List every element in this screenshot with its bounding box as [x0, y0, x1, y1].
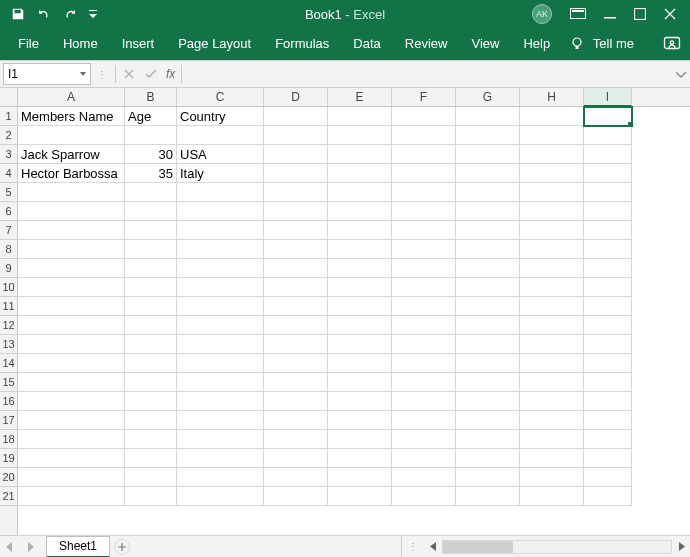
cell-A8[interactable] [18, 240, 125, 259]
cell-D12[interactable] [264, 316, 328, 335]
cell-B9[interactable] [125, 259, 177, 278]
cell-E12[interactable] [328, 316, 392, 335]
row-header-14[interactable]: 14 [0, 354, 17, 373]
cell-B6[interactable] [125, 202, 177, 221]
col-header-H[interactable]: H [520, 88, 584, 106]
cell-E21[interactable] [328, 487, 392, 506]
cell-F14[interactable] [392, 354, 456, 373]
row-header-13[interactable]: 13 [0, 335, 17, 354]
cell-A19[interactable] [18, 449, 125, 468]
row-header-1[interactable]: 1 [0, 107, 17, 126]
cell-H11[interactable] [520, 297, 584, 316]
cell-G20[interactable] [456, 468, 520, 487]
cell-G16[interactable] [456, 392, 520, 411]
cell-B4[interactable]: 35 [125, 164, 177, 183]
tab-data[interactable]: Data [341, 28, 392, 60]
cell-B5[interactable] [125, 183, 177, 202]
cell-A13[interactable] [18, 335, 125, 354]
tab-page-layout[interactable]: Page Layout [166, 28, 263, 60]
sheetbar-drag-handle[interactable]: ⋮ [402, 541, 424, 552]
cell-I20[interactable] [584, 468, 632, 487]
cell-B18[interactable] [125, 430, 177, 449]
cell-A10[interactable] [18, 278, 125, 297]
cell-H13[interactable] [520, 335, 584, 354]
cell-I16[interactable] [584, 392, 632, 411]
cell-D4[interactable] [264, 164, 328, 183]
cell-B15[interactable] [125, 373, 177, 392]
col-header-A[interactable]: A [18, 88, 125, 106]
cell-E18[interactable] [328, 430, 392, 449]
cell-I3[interactable] [584, 145, 632, 164]
cell-C17[interactable] [177, 411, 264, 430]
cell-F7[interactable] [392, 221, 456, 240]
cell-C1[interactable]: Country [177, 107, 264, 126]
cell-C16[interactable] [177, 392, 264, 411]
cell-I1[interactable] [584, 107, 632, 126]
hscroll-left-icon[interactable] [424, 542, 442, 551]
cell-H20[interactable] [520, 468, 584, 487]
cell-E8[interactable] [328, 240, 392, 259]
new-sheet-button[interactable] [114, 539, 130, 555]
cell-C10[interactable] [177, 278, 264, 297]
row-header-19[interactable]: 19 [0, 449, 17, 468]
cell-D11[interactable] [264, 297, 328, 316]
cell-C6[interactable] [177, 202, 264, 221]
cell-I10[interactable] [584, 278, 632, 297]
tab-insert[interactable]: Insert [110, 28, 167, 60]
cell-C7[interactable] [177, 221, 264, 240]
row-header-2[interactable]: 2 [0, 126, 17, 145]
cell-A6[interactable] [18, 202, 125, 221]
cell-B7[interactable] [125, 221, 177, 240]
row-header-12[interactable]: 12 [0, 316, 17, 335]
cell-H18[interactable] [520, 430, 584, 449]
cell-D10[interactable] [264, 278, 328, 297]
cell-F5[interactable] [392, 183, 456, 202]
row-header-9[interactable]: 9 [0, 259, 17, 278]
cell-H9[interactable] [520, 259, 584, 278]
cell-E17[interactable] [328, 411, 392, 430]
cell-I6[interactable] [584, 202, 632, 221]
cell-F13[interactable] [392, 335, 456, 354]
cell-G19[interactable] [456, 449, 520, 468]
cell-I21[interactable] [584, 487, 632, 506]
name-box-dropdown-icon[interactable] [80, 72, 86, 76]
cell-I4[interactable] [584, 164, 632, 183]
ribbon-display-icon[interactable] [570, 8, 586, 20]
cell-H12[interactable] [520, 316, 584, 335]
cell-A2[interactable] [18, 126, 125, 145]
cell-C8[interactable] [177, 240, 264, 259]
col-header-C[interactable]: C [177, 88, 264, 106]
row-header-18[interactable]: 18 [0, 430, 17, 449]
cell-G5[interactable] [456, 183, 520, 202]
select-all-corner[interactable] [0, 88, 18, 107]
row-header-15[interactable]: 15 [0, 373, 17, 392]
cell-A9[interactable] [18, 259, 125, 278]
hscroll-right-icon[interactable] [672, 542, 690, 551]
cell-I9[interactable] [584, 259, 632, 278]
lightbulb-icon[interactable] [569, 36, 585, 52]
cell-D1[interactable] [264, 107, 328, 126]
row-header-16[interactable]: 16 [0, 392, 17, 411]
cell-G1[interactable] [456, 107, 520, 126]
row-header-20[interactable]: 20 [0, 468, 17, 487]
cell-A15[interactable] [18, 373, 125, 392]
cell-B3[interactable]: 30 [125, 145, 177, 164]
cell-D5[interactable] [264, 183, 328, 202]
cell-B12[interactable] [125, 316, 177, 335]
cell-B1[interactable]: Age [125, 107, 177, 126]
cell-D21[interactable] [264, 487, 328, 506]
cell-E14[interactable] [328, 354, 392, 373]
col-header-D[interactable]: D [264, 88, 328, 106]
cell-H8[interactable] [520, 240, 584, 259]
expand-formula-bar-icon[interactable] [676, 69, 686, 79]
tab-formulas[interactable]: Formulas [263, 28, 341, 60]
cell-D13[interactable] [264, 335, 328, 354]
cell-A18[interactable] [18, 430, 125, 449]
cell-I14[interactable] [584, 354, 632, 373]
cell-E15[interactable] [328, 373, 392, 392]
cell-H4[interactable] [520, 164, 584, 183]
cell-H17[interactable] [520, 411, 584, 430]
cell-I5[interactable] [584, 183, 632, 202]
cell-A14[interactable] [18, 354, 125, 373]
cell-H10[interactable] [520, 278, 584, 297]
